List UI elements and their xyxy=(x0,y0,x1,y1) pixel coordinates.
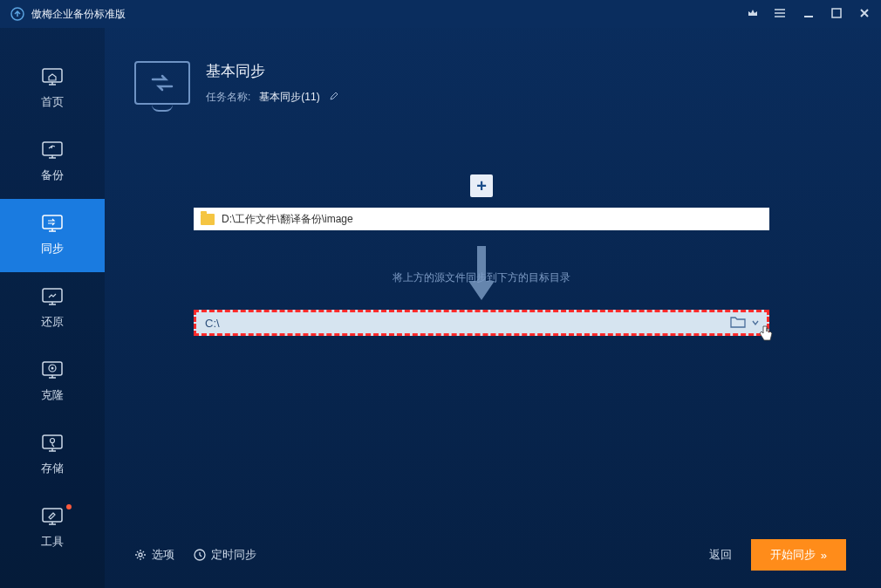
sidebar-item-label: 还原 xyxy=(41,314,64,330)
sidebar-item-sync[interactable]: 同步 xyxy=(0,199,105,272)
sidebar-item-label: 存储 xyxy=(41,461,64,476)
svg-rect-6 xyxy=(43,142,62,155)
notification-dot-icon xyxy=(66,504,72,509)
bottom-bar: 选项 定时同步 返回 开始同步 » xyxy=(134,539,846,571)
svg-point-13 xyxy=(51,439,55,443)
svg-rect-7 xyxy=(43,215,62,229)
add-source-button[interactable]: + xyxy=(470,174,493,197)
svg-rect-12 xyxy=(43,435,62,448)
svg-rect-14 xyxy=(43,509,62,522)
maximize-icon[interactable] xyxy=(830,7,843,22)
source-path-bar[interactable]: D:\工作文件\翻译备份\image xyxy=(194,208,769,230)
svg-point-1 xyxy=(775,9,776,10)
browse-folder-icon[interactable] xyxy=(730,316,746,331)
source-path-text: D:\工作文件\翻译备份\image xyxy=(222,212,353,227)
app-logo-icon xyxy=(10,7,24,21)
chevron-right-icon: » xyxy=(821,549,827,562)
titlebar-left: 傲梅企业备份标准版 xyxy=(10,7,126,22)
task-label: 任务名称: xyxy=(206,90,250,105)
edit-icon[interactable] xyxy=(329,91,339,104)
sidebar-item-clone[interactable]: 克隆 xyxy=(0,345,105,419)
schedule-label: 定时同步 xyxy=(211,547,256,563)
header-row: 基本同步 任务名称: 基本同步(11) xyxy=(134,61,829,105)
svg-rect-4 xyxy=(832,9,841,17)
sidebar-item-label: 工具 xyxy=(41,534,64,550)
minimize-icon[interactable] xyxy=(802,7,815,22)
crown-icon[interactable] xyxy=(747,7,759,22)
folder-icon xyxy=(201,214,215,225)
schedule-button[interactable]: 定时同步 xyxy=(194,547,256,563)
sidebar-item-tools[interactable]: 工具 xyxy=(0,492,105,565)
sidebar-item-label: 首页 xyxy=(41,94,64,110)
center-area: + D:\工作文件\翻译备份\image 将上方的源文件同步到下方的目标目录 C… xyxy=(134,174,829,336)
sync-monitor-icon xyxy=(134,61,190,105)
app-title: 傲梅企业备份标准版 xyxy=(31,7,126,22)
back-link[interactable]: 返回 xyxy=(709,547,732,563)
destination-actions xyxy=(730,316,760,331)
destination-path-text: C:\ xyxy=(205,317,220,330)
svg-point-3 xyxy=(775,16,776,17)
sidebar-item-label: 同步 xyxy=(41,241,64,256)
main: 首页 备份 同步 还原 克隆 存储 工具 xyxy=(0,28,881,588)
sidebar: 首页 备份 同步 还原 克隆 存储 工具 xyxy=(0,28,105,588)
header-text: 基本同步 任务名称: 基本同步(11) xyxy=(206,61,339,105)
sidebar-item-label: 克隆 xyxy=(41,387,64,403)
task-name: 基本同步(11) xyxy=(259,90,319,105)
options-button[interactable]: 选项 xyxy=(134,547,174,563)
menu-list-icon[interactable] xyxy=(775,7,787,22)
task-row: 任务名称: 基本同步(11) xyxy=(206,90,339,105)
gear-icon xyxy=(134,549,147,561)
sidebar-item-home[interactable]: 首页 xyxy=(0,52,105,126)
start-label: 开始同步 xyxy=(770,547,816,563)
page-title: 基本同步 xyxy=(206,61,339,81)
sync-hint-text: 将上方的源文件同步到下方的目标目录 xyxy=(393,270,570,285)
start-sync-button[interactable]: 开始同步 » xyxy=(751,539,846,571)
svg-point-11 xyxy=(51,367,54,370)
bottom-left: 选项 定时同步 xyxy=(134,547,256,563)
sidebar-item-storage[interactable]: 存储 xyxy=(0,419,105,492)
sidebar-item-restore[interactable]: 还原 xyxy=(0,272,105,345)
bottom-right: 返回 开始同步 » xyxy=(709,539,846,571)
clock-icon xyxy=(194,549,206,561)
cursor-hand-icon xyxy=(758,325,774,342)
options-label: 选项 xyxy=(152,547,174,563)
sidebar-item-label: 备份 xyxy=(41,168,64,183)
sidebar-item-backup[interactable]: 备份 xyxy=(0,126,105,199)
svg-point-15 xyxy=(139,553,142,557)
titlebar-right xyxy=(747,7,871,22)
svg-point-2 xyxy=(775,12,776,14)
close-icon[interactable] xyxy=(858,7,871,22)
titlebar: 傲梅企业备份标准版 xyxy=(0,0,881,28)
content: 基本同步 任务名称: 基本同步(11) + D:\工作文件\翻译备份\image… xyxy=(105,28,881,588)
destination-path-bar[interactable]: C:\ xyxy=(194,310,769,336)
